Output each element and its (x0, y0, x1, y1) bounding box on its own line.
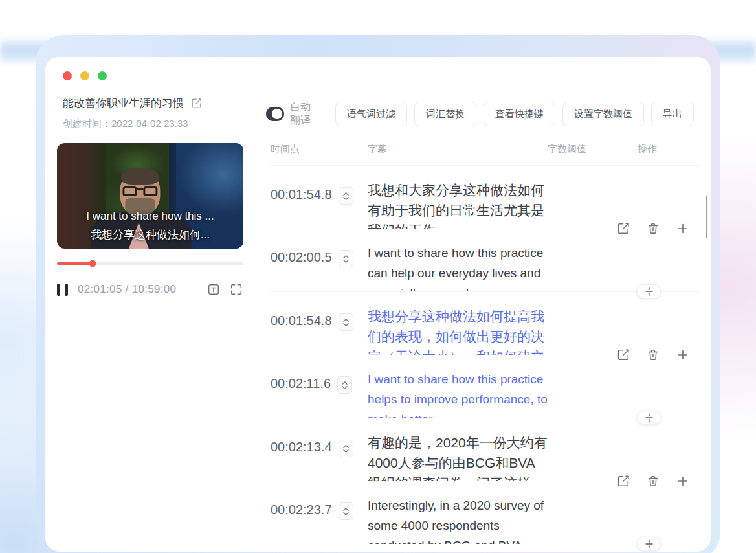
traffic-lights (63, 71, 694, 80)
video-panel: I want to share how this ... 我想分享这种做法如何.… (57, 143, 243, 544)
playback-time: 02:01:05 / 10:59:00 (78, 283, 176, 296)
export-button[interactable]: 导出 (651, 102, 694, 126)
subtitle-text[interactable]: I want to share how this practice can he… (368, 243, 548, 291)
app-window: 能改善你职业生涯的习惯 创建时间：2022-04-02 23:33 (45, 57, 711, 552)
subtitle-row: 00:02:13.4 有趣的是，2020年一份大约有4000人参与的由BCG和B… (271, 418, 699, 481)
header-actions: 操作 (638, 143, 699, 155)
set-word-threshold-button[interactable]: 设置字数阈值 (562, 102, 644, 126)
zoom-window-button[interactable] (98, 71, 107, 80)
view-shortcuts-button[interactable]: 查看快捷键 (484, 102, 555, 126)
subtitle-groups: 00:01:54.8 我想和大家分享这种做法如何有助于我们的日常生活尤其是我们的… (271, 166, 699, 544)
time-stepper[interactable] (339, 440, 353, 457)
time-stepper[interactable] (339, 502, 353, 520)
subtitle-text[interactable]: 有趣的是，2020年一份大约有4000人参与的由BCG和BVA组织的调查问卷，问… (368, 433, 548, 481)
video-preview[interactable]: I want to share how this ... 我想分享这种做法如何.… (57, 143, 243, 249)
filter-filler-words-button[interactable]: 语气词过滤 (335, 102, 407, 126)
edit-icon[interactable] (616, 348, 630, 362)
subtitle-group: 00:02:13.4 有趣的是，2020年一份大约有4000人参与的由BCG和B… (271, 418, 699, 544)
toggle-knob (272, 109, 282, 119)
header-time: 时间点 (271, 143, 368, 155)
video-subtitle-zh: 我想分享这种做法如何... (57, 227, 243, 242)
timestamp: 00:02:13.4 (271, 440, 332, 455)
close-window-button[interactable] (63, 71, 72, 80)
page-title: 能改善你职业生涯的习惯 (63, 96, 184, 111)
subtitle-text[interactable]: Interestingly, in a 2020 survey of some … (368, 495, 548, 544)
fullscreen-icon[interactable] (229, 282, 243, 297)
subtitle-group: 00:01:54.8 我想和大家分享这种做法如何有助于我们的日常生活尤其是我们的… (271, 166, 699, 292)
word-replace-button[interactable]: 词汇替换 (414, 102, 476, 126)
header-subtitle: 字幕 (368, 143, 548, 155)
minimize-window-button[interactable] (80, 71, 89, 80)
pause-button[interactable] (57, 284, 68, 296)
subtitle-table: 时间点 字幕 字数阈值 操作 00:01:54.8 我想和大家分享这种做法如何有… (271, 143, 711, 544)
timestamp: 00:01:54.8 (271, 313, 332, 328)
subtitle-text[interactable]: 我想和大家分享这种做法如何有助于我们的日常生活尤其是我们的工作 (368, 180, 548, 229)
subtitle-group: 00:01:54.8 我想分享这种做法如何提高我们的表现，如何做出更好的决定（无… (271, 292, 699, 418)
progress-fill (57, 262, 93, 265)
delete-icon[interactable] (646, 474, 660, 488)
window-header: 能改善你职业生涯的习惯 创建时间：2022-04-02 23:33 (45, 57, 711, 130)
created-time-label: 创建时间：2022-04-02 23:33 (63, 118, 257, 130)
merge-rows-icon[interactable] (637, 284, 661, 299)
merge-rows-icon[interactable] (637, 537, 661, 551)
merge-rows-icon[interactable] (637, 411, 661, 425)
add-icon[interactable] (676, 348, 690, 362)
auto-translate-toggle[interactable] (266, 107, 284, 121)
table-scrollbar[interactable] (706, 196, 707, 238)
subtitle-text[interactable]: I want to share how this practice helps … (368, 369, 548, 418)
add-icon[interactable] (676, 474, 690, 488)
time-stepper[interactable] (339, 187, 353, 205)
row-actions (616, 221, 690, 236)
timestamp: 00:01:54.8 (271, 187, 332, 202)
progress-bar[interactable] (57, 260, 243, 267)
edit-icon[interactable] (616, 221, 630, 236)
row-actions (616, 348, 690, 362)
subtitle-row: 00:01:54.8 我想和大家分享这种做法如何有助于我们的日常生活尤其是我们的… (271, 166, 699, 229)
delete-icon[interactable] (646, 348, 660, 362)
header-threshold: 字数阈值 (548, 143, 638, 155)
delete-icon[interactable] (646, 221, 660, 236)
threshold-cell (548, 243, 638, 291)
timestamp: 00:02:00.5 (271, 250, 332, 265)
threshold-cell (548, 495, 638, 544)
time-stepper[interactable] (337, 376, 352, 394)
subtitle-toggle-icon[interactable] (206, 282, 221, 297)
timestamp: 00:02:11.6 (271, 376, 331, 391)
add-icon[interactable] (676, 221, 690, 236)
edit-icon[interactable] (616, 474, 630, 488)
progress-handle[interactable] (89, 260, 96, 267)
threshold-cell (548, 369, 638, 418)
time-stepper[interactable] (339, 250, 353, 267)
timestamp: 00:02:23.7 (271, 502, 332, 517)
subtitle-row: 00:02:00.5 I want to share how this prac… (271, 229, 699, 291)
row-actions (616, 474, 690, 488)
subtitle-text[interactable]: 我想分享这种做法如何提高我们的表现，如何做出更好的决定（无论大小），和如何建立 (368, 306, 548, 355)
subtitle-row: 00:01:54.8 我想分享这种做法如何提高我们的表现，如何做出更好的决定（无… (271, 292, 699, 355)
edit-title-icon[interactable] (190, 97, 203, 109)
time-stepper[interactable] (339, 313, 353, 331)
subtitle-row: 00:02:23.7 Interestingly, in a 2020 surv… (271, 481, 699, 544)
subtitle-row: 00:02:11.6 I want to share how this prac… (271, 355, 699, 418)
toolbar: 语气词过滤 词汇替换 查看快捷键 设置字数阈值 导出 (335, 102, 694, 126)
video-subtitle-en: I want to share how this ... (57, 210, 243, 223)
auto-translate-label: 自动翻译 (290, 100, 319, 128)
table-header: 时间点 字幕 字数阈值 操作 (271, 143, 699, 166)
